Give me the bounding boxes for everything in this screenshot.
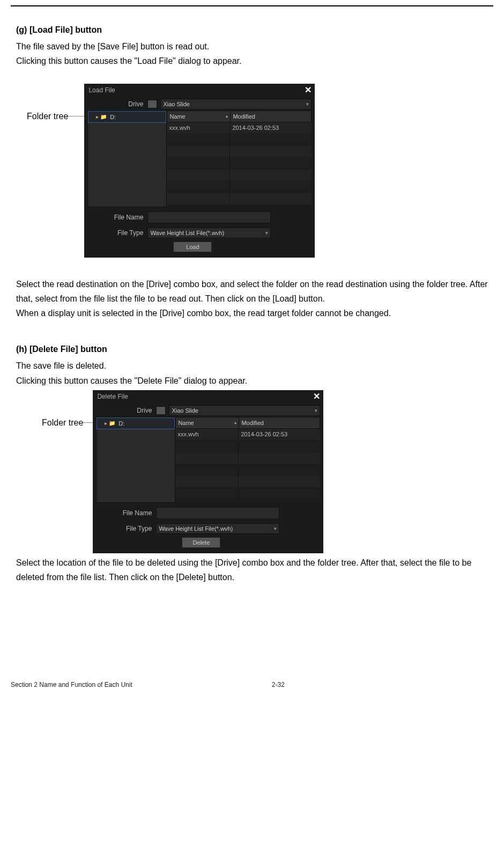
load-file-figure: Folder tree Load File ✕ Drive Xiao Slide… — [11, 84, 493, 258]
filename-label: File Name — [96, 509, 156, 517]
section-h-desc1: The save file is deleted. — [16, 358, 488, 373]
folder-tree-pane[interactable]: ▸ 📁 D: — [87, 111, 167, 207]
column-header-name[interactable]: Name ▴ — [167, 111, 231, 122]
file-list-pane: Name ▴ Modified xxx.wvh 2014-03-26 02:53 — [175, 417, 320, 503]
sort-asc-icon: ▴ — [234, 420, 236, 425]
section-g-desc2: Clicking this button causes the "Load Fi… — [16, 54, 488, 68]
file-list-row[interactable]: xxx.wvh 2014-03-26 02:53 — [175, 429, 320, 441]
load-button[interactable]: Load — [173, 241, 212, 252]
file-list-row-empty — [175, 452, 320, 464]
filetype-combo-value: Wave Height List File(*.wvh) — [150, 230, 224, 236]
section-g-heading: (g) [Load File] button — [16, 23, 488, 37]
column-header-modified[interactable]: Modified — [239, 418, 320, 428]
load-file-dialog: Load File ✕ Drive Xiao Slide ▾ ▸ 📁 D: — [84, 84, 315, 258]
section-h-post: Select the location of the file to be de… — [16, 555, 488, 584]
file-list-row-empty — [167, 134, 312, 146]
section-h-desc2: Clicking this button causes the "Delete … — [16, 374, 488, 388]
file-list-row-empty — [175, 441, 320, 452]
page-footer: Section 2 Name and Function of Each Unit… — [11, 681, 493, 699]
file-list-row-empty — [167, 193, 312, 205]
file-list-pane: Name ▴ Modified xxx.wvh 2014-03-26 02:53 — [167, 111, 312, 207]
folder-tree-callout-label: Folder tree — [42, 418, 83, 428]
file-list-row-empty — [175, 464, 320, 476]
chevron-down-icon: ▾ — [274, 526, 277, 531]
folder-icon: ▸ 📁 — [96, 114, 107, 120]
drive-combo-value: Xiao Slide — [163, 101, 190, 107]
chevron-down-icon: ▾ — [306, 101, 309, 107]
file-list-header: Name ▴ Modified — [175, 417, 320, 429]
folder-tree-callout-label: Folder tree — [27, 112, 68, 121]
chevron-down-icon: ▾ — [265, 230, 268, 236]
file-list-row-empty — [175, 476, 320, 488]
callout-leader-line — [68, 116, 84, 116]
folder-tree-pane[interactable]: ▸ 📁 D: — [96, 417, 175, 503]
top-horizontal-rule — [11, 5, 493, 6]
filename-input[interactable] — [156, 507, 279, 519]
drive-icon — [147, 100, 157, 108]
filename-label: File Name — [87, 214, 147, 221]
column-header-name[interactable]: Name ▴ — [176, 418, 239, 428]
delete-button[interactable]: Delete — [182, 537, 220, 548]
drive-combo-value: Xiao Slide — [172, 407, 198, 414]
drive-label: Drive — [96, 407, 156, 414]
section-g-post1: Select the read destination on the [Driv… — [16, 277, 488, 306]
delete-file-figure: Folder tree Delete File ✕ Drive Xiao Sli… — [11, 390, 493, 553]
drive-combo[interactable]: Xiao Slide ▾ — [169, 405, 320, 416]
section-h-heading: (h) [Delete File] button — [16, 342, 488, 356]
filetype-combo[interactable]: Wave Height List File(*.wvh) ▾ — [147, 228, 271, 238]
folder-tree-item[interactable]: ▸ 📁 D: — [97, 418, 175, 429]
file-list-header: Name ▴ Modified — [167, 111, 312, 122]
drive-combo[interactable]: Xiao Slide ▾ — [160, 99, 312, 109]
file-list-row-empty — [167, 181, 312, 193]
close-icon[interactable]: ✕ — [312, 391, 321, 401]
folder-icon: ▸ 📁 — [105, 420, 115, 426]
filetype-combo-value: Wave Height List File(*.wvh) — [159, 525, 233, 532]
footer-page: 2-32 — [272, 681, 285, 689]
folder-tree-item-label: D: — [110, 114, 116, 120]
dialog-titlebar: Load File ✕ — [84, 84, 315, 97]
drive-label: Drive — [87, 100, 147, 108]
callout-leader-line — [83, 422, 93, 423]
file-list-row[interactable]: xxx.wvh 2014-03-26 02:53 — [167, 122, 312, 134]
file-list-row-empty — [175, 488, 320, 500]
dialog-title: Delete File — [97, 393, 128, 400]
section-h-post1: Select the location of the file to be de… — [16, 555, 488, 584]
close-icon[interactable]: ✕ — [303, 85, 313, 95]
filename-input[interactable] — [147, 211, 271, 223]
file-list-row-empty — [167, 146, 312, 158]
section-g-post2: When a display unit is selected in the [… — [16, 306, 488, 320]
file-modified-cell: 2014-03-26 02:53 — [230, 122, 312, 134]
chevron-down-icon: ▾ — [315, 408, 317, 413]
folder-tree-item[interactable]: ▸ 📁 D: — [88, 111, 166, 123]
folder-tree-item-label: D: — [118, 420, 124, 427]
filetype-label: File Type — [87, 229, 147, 237]
file-list-row-empty — [167, 158, 312, 170]
section-g-desc1: The file saved by the [Save File] button… — [16, 39, 488, 54]
delete-file-dialog: Delete File ✕ Drive Xiao Slide ▾ ▸ 📁 D: — [93, 390, 323, 553]
footer-section: Section 2 Name and Function of Each Unit — [11, 681, 132, 689]
file-name-cell: xxx.wvh — [175, 429, 239, 440]
drive-icon — [156, 406, 166, 415]
dialog-titlebar: Delete File ✕ — [93, 390, 323, 403]
section-h: (h) [Delete File] button The save file i… — [16, 342, 488, 388]
filetype-label: File Type — [96, 525, 156, 532]
section-g-post: Select the read destination on the [Driv… — [16, 277, 488, 321]
sort-asc-icon: ▴ — [226, 114, 228, 119]
file-modified-cell: 2014-03-26 02:53 — [239, 429, 320, 440]
section-g: (g) [Load File] button The file saved by… — [16, 23, 488, 69]
file-name-cell: xxx.wvh — [167, 122, 230, 134]
filetype-combo[interactable]: Wave Height List File(*.wvh) ▾ — [156, 523, 279, 534]
file-list-row-empty — [167, 170, 312, 181]
dialog-title: Load File — [88, 86, 115, 94]
column-header-modified[interactable]: Modified — [231, 111, 311, 122]
